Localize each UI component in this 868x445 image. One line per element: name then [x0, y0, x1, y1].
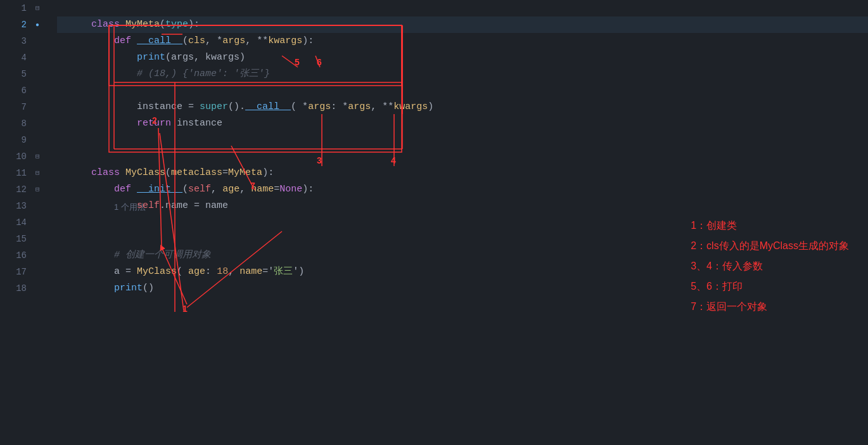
line-num-18: 18	[0, 280, 27, 297]
line-num-5: 5	[0, 66, 27, 82]
code-editor: 1 2 3 4 5 6 7 8 9 10 11 12 13 14 15 16 1…	[0, 0, 868, 445]
annotation-line-1: 1：创建类	[691, 216, 849, 236]
line-num-16: 16	[0, 247, 27, 264]
exec-indicator: ●	[35, 16, 40, 33]
fold-11[interactable]: ⊟	[35, 165, 40, 181]
code-line-8	[57, 115, 868, 132]
annotation-line-3: 3、4：传入参数	[691, 256, 849, 276]
code-line-12: self.name = name	[57, 181, 868, 198]
annotation-line-4: 5、6：打印	[691, 276, 849, 297]
fold-stub-8	[35, 115, 40, 132]
line-num-8: 8	[0, 115, 27, 132]
annotation-line-2: 2：cls传入的是MyClass生成的对象	[691, 236, 849, 256]
line-num-11: 11	[0, 165, 27, 181]
fold-12[interactable]: ⊟	[35, 181, 40, 198]
code-line-6: instance = super().__call__( *args: *arg…	[57, 82, 868, 99]
line-num-3: 3	[0, 33, 27, 49]
fold-stub-6	[35, 82, 40, 99]
code-line-4: # (18,) {'name': '张三'}	[57, 49, 868, 66]
right-panel-annotations: 1：创建类 2：cls传入的是MyClass生成的对象 3、4：传入参数 5、6…	[691, 216, 849, 317]
line-numbers: 1 2 3 4 5 6 7 8 9 10 11 12 13 14 15 16 1…	[0, 0, 33, 445]
fold-stub-7	[35, 99, 40, 115]
line-num-9: 9	[0, 132, 27, 148]
line-num-4: 4	[0, 49, 27, 66]
annotation-line-5: 7：返回一个对象	[691, 297, 849, 317]
code-line-5	[57, 66, 868, 82]
code-line-11: def __init__(self, age, name=None):	[57, 165, 868, 181]
gutter: ⊟ ● ⊟ ⊟ ⊟	[33, 0, 51, 445]
fold-1[interactable]: ⊟	[35, 0, 40, 16]
code-line-9	[57, 132, 868, 148]
code-line-10: class MyClass(metaclass=MyMeta):	[57, 148, 868, 165]
line-num-7: 7	[0, 99, 27, 115]
line-num-10: 10	[0, 148, 27, 165]
line-num-17: 17	[0, 264, 27, 280]
line-num-1: 1	[0, 0, 27, 16]
code-line-13	[57, 198, 868, 214]
code-content: class MyMeta(type): def __call__(cls, *a…	[51, 0, 868, 445]
fold-stub-4	[35, 49, 40, 66]
code-line-2: def __call__(cls, *args, **kwargs):	[57, 16, 868, 33]
code-line-3: print(args, kwargs)	[57, 33, 868, 49]
code-line-1: class MyMeta(type):	[57, 0, 868, 16]
line-num-12: 12	[0, 181, 27, 198]
line-num-13: 13	[0, 198, 27, 214]
line-num-2: 2	[0, 16, 27, 33]
line-num-6: 6	[0, 82, 27, 99]
fold-10[interactable]: ⊟	[35, 148, 40, 165]
fold-stub-3	[35, 33, 40, 49]
line-num-15: 15	[0, 231, 27, 247]
fold-stub-5	[35, 66, 40, 82]
code-line-7: return instance	[57, 99, 868, 115]
line-num-14: 14	[0, 214, 27, 231]
fold-stub-9	[35, 132, 40, 148]
svg-text:1: 1	[182, 304, 188, 314]
